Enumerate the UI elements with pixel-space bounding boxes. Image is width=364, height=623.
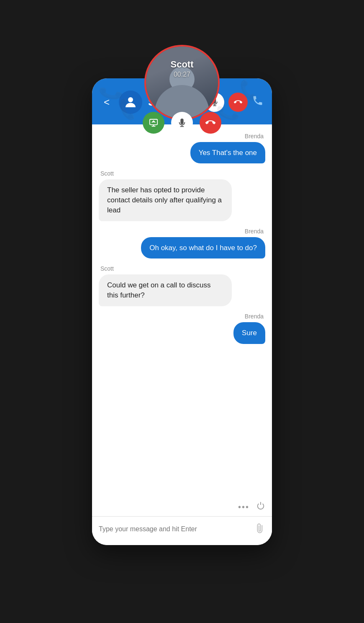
- message-group-1: Brenda Yes That's the one: [99, 133, 265, 164]
- chat-area: Brenda Yes That's the one Scott The sell…: [92, 124, 272, 502]
- call-timer: 00:27: [146, 71, 218, 78]
- caller-avatar-ring: Scott 00:27: [144, 45, 220, 120]
- power-button[interactable]: [256, 502, 265, 513]
- chat-input-area: [92, 516, 272, 545]
- caller-name: Scott: [146, 59, 218, 70]
- contact-avatar: [119, 90, 142, 114]
- message-group-4: Scott Could we get on a call to discuss …: [99, 265, 265, 306]
- caller-info-overlay: Scott 00:27: [146, 59, 218, 78]
- bottom-controls: •••: [92, 502, 272, 516]
- phone-container: Scott 00:27: [92, 78, 272, 545]
- end-call-button[interactable]: [200, 112, 221, 134]
- message-group-5: Brenda Sure: [99, 313, 265, 344]
- sender-label-1: Brenda: [99, 133, 264, 140]
- message-row-2: The seller has opted to provide contact …: [99, 179, 265, 221]
- screen-share-button[interactable]: [143, 112, 164, 134]
- sender-label-2: Scott: [100, 170, 265, 177]
- message-input[interactable]: [99, 525, 252, 533]
- sender-label-5: Brenda: [99, 313, 264, 320]
- message-row-5: Sure: [99, 322, 265, 344]
- header-phone-icon[interactable]: [252, 95, 264, 109]
- sender-label-3: Brenda: [99, 228, 264, 235]
- bubble-3: Oh okay, so what do I have to do?: [141, 237, 265, 259]
- sender-label-4: Scott: [100, 265, 265, 272]
- message-group-2: Scott The seller has opted to provide co…: [99, 170, 265, 221]
- message-row-4: Could we get on a call to discuss this f…: [99, 274, 265, 306]
- message-row-1: Yes That's the one: [99, 142, 265, 164]
- bubble-4: Could we get on a call to discuss this f…: [99, 274, 232, 306]
- caller-photo: [146, 47, 218, 119]
- bubble-2: The seller has opted to provide contact …: [99, 179, 232, 221]
- message-group-3: Brenda Oh okay, so what do I have to do?: [99, 228, 265, 259]
- header-end-call-button[interactable]: [228, 93, 248, 112]
- message-row-3: Oh okay, so what do I have to do?: [99, 237, 265, 259]
- mute-button[interactable]: [171, 112, 193, 134]
- bubble-5: Sure: [233, 322, 265, 344]
- avatar-icon: [123, 95, 138, 110]
- more-options-button[interactable]: •••: [238, 502, 249, 512]
- call-overlay: Scott 00:27: [143, 45, 221, 134]
- back-button[interactable]: <: [100, 95, 113, 110]
- svg-point-1: [128, 97, 133, 102]
- bubble-1: Yes That's the one: [190, 142, 265, 164]
- person-silhouette: [146, 47, 218, 119]
- call-actions: [143, 112, 221, 134]
- attachment-icon[interactable]: [253, 522, 268, 536]
